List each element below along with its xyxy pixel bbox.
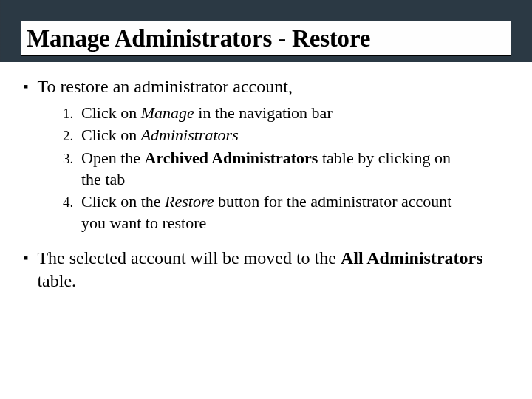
bullet-2-text: The selected account will be moved to th… [37, 247, 502, 292]
step-1: Click on Manage in the navigation bar [77, 103, 473, 124]
page-title: Manage Administrators - Restore [27, 26, 505, 52]
step-4-text: Click on the Restore button for the admi… [81, 192, 451, 232]
slide-header: Manage Administrators - Restore [0, 0, 532, 62]
step-2: Click on Administrators [77, 125, 473, 146]
bullet-item-2: ▪ The selected account will be moved to … [40, 247, 502, 292]
square-bullet-icon: ▪ [24, 75, 28, 98]
bullet-1-text: To restore an administrator account, [37, 75, 293, 98]
step-3-text: Open the Archived Administrators table b… [81, 149, 451, 188]
step-4: Click on the Restore button for the admi… [77, 191, 473, 233]
step-2-text: Click on Administrators [81, 126, 239, 144]
steps-list: Click on Manage in the navigation bar Cl… [59, 103, 502, 234]
slide-body: ▪ To restore an administrator account, C… [0, 62, 532, 293]
title-container: Manage Administrators - Restore [21, 21, 511, 56]
square-bullet-icon: ▪ [24, 247, 28, 269]
bullet-item-1: ▪ To restore an administrator account, [40, 75, 502, 98]
step-1-text: Click on Manage in the navigation bar [81, 103, 332, 122]
step-3: Open the Archived Administrators table b… [77, 148, 473, 190]
